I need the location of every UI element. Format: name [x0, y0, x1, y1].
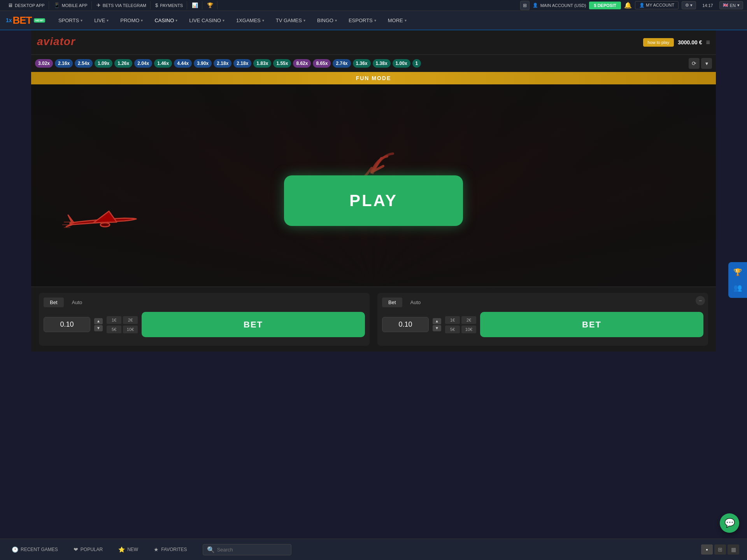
trophy-icon: 🏆 [207, 2, 213, 8]
multiplier-badge[interactable]: 1.83x [253, 59, 271, 68]
bet-action-button-1[interactable]: BET [142, 312, 365, 337]
chat-float-button[interactable]: 💬 [720, 513, 739, 533]
multiplier-badge[interactable]: 2.54x [75, 59, 93, 68]
multiplier-badge[interactable]: 4.44x [174, 59, 192, 68]
payments-link[interactable]: $ PAYMENTS [151, 1, 187, 9]
stepper-down-1[interactable]: ▼ [94, 325, 103, 331]
bet-panel-1: Bet Auto ▲ ▼ 1€ 2€ 5€ 10€ BET [39, 293, 370, 346]
user-icon: 👤 [639, 3, 645, 7]
notification-icon[interactable]: 🔔 [624, 2, 632, 9]
menu-button[interactable]: ≡ [706, 38, 710, 47]
quick2-2eu[interactable]: 2€ [461, 316, 476, 324]
multiplier-badge[interactable]: 8.65x [313, 59, 331, 68]
auto-tab-2[interactable]: Auto [404, 298, 427, 307]
multiplier-badge[interactable]: 1.00x [393, 59, 410, 68]
multiplier-badge[interactable]: 1.38x [373, 59, 391, 68]
language-button[interactable]: 🇬🇧 EN ▾ [719, 1, 743, 9]
multiplier-badge[interactable]: 2.16x [55, 59, 73, 68]
desktop-app-label: DESKTOP APP [15, 3, 45, 8]
bottom-bar: 🕐 RECENT GAMES ❤ POPULAR ⭐ NEW ★ FAVORIT… [0, 539, 747, 560]
time-display: 14:17 [699, 3, 716, 8]
desktop-app-link[interactable]: 🖥 DESKTOP APP [4, 1, 49, 9]
toggle-button[interactable]: ▾ [701, 58, 712, 69]
multiplier-badge[interactable]: 2.74x [333, 59, 351, 68]
logo-prefix: 1x [6, 17, 12, 23]
multiplier-badge[interactable]: 3.90x [194, 59, 212, 68]
nav-promo[interactable]: PROMO ▾ [115, 14, 148, 26]
nav-esports[interactable]: ESPORTS ▾ [343, 14, 382, 26]
settings-button[interactable]: ⚙ ▾ [682, 1, 696, 9]
side-trophy-button[interactable]: 🏆 [731, 266, 744, 278]
bottom-popular[interactable]: ❤ POPULAR [70, 544, 107, 555]
bet-action-button-2[interactable]: BET [480, 312, 703, 337]
qr-button[interactable]: ⊞ [520, 1, 530, 10]
nav-live-casino[interactable]: LIVE CASINO ▾ [184, 14, 230, 26]
bet-tabs-2: Bet Auto [382, 298, 703, 307]
my-account-button[interactable]: 👤 MY ACCOUNT [635, 1, 679, 9]
betting-area: Bet Auto ▲ ▼ 1€ 2€ 5€ 10€ BET − [31, 287, 716, 352]
airplane-container [62, 203, 140, 240]
mobile-app-link[interactable]: 📱 MOBILE APP [50, 1, 92, 9]
quick-5eu[interactable]: 5€ [107, 326, 121, 333]
multiplier-badge[interactable]: 2.04x [134, 59, 152, 68]
bet-amount-input-1[interactable] [44, 317, 90, 332]
top-bar-right: ⊞ 👤 MAIN ACCOUNT (USD) $ DEPOSIT 🔔 👤 MY … [520, 1, 743, 10]
multiplier-badge[interactable]: 2.18x [233, 59, 251, 68]
panel-close-button-2[interactable]: − [696, 296, 705, 305]
multiplier-badge[interactable]: 1.36x [353, 59, 371, 68]
bet-tabs-1: Bet Auto [44, 298, 365, 307]
nav-tv-games[interactable]: TV GAMES ▾ [270, 14, 311, 26]
search-input[interactable] [217, 547, 287, 553]
telegram-link[interactable]: ✈ BETS VIA TELEGRAM [93, 1, 151, 9]
view-medium-grid[interactable]: ⊞ [714, 544, 726, 555]
quick-1eu[interactable]: 1€ [107, 316, 121, 324]
multiplier-badge[interactable]: 1.46x [154, 59, 172, 68]
stepper-down-2[interactable]: ▼ [433, 325, 441, 331]
nav-bingo[interactable]: BINGO ▾ [312, 14, 342, 26]
bottom-new[interactable]: ⭐ NEW [114, 544, 142, 555]
quick2-1eu[interactable]: 1€ [445, 316, 460, 324]
stats-link[interactable]: 📊 [188, 1, 202, 9]
nav-1xgames[interactable]: 1XGAMES ▾ [231, 14, 270, 26]
multiplier-badge[interactable]: 1 [412, 59, 421, 68]
bet-tab-2[interactable]: Bet [382, 298, 402, 307]
bottom-favorites[interactable]: ★ FAVORITES [150, 544, 191, 555]
how-to-play-button[interactable]: how to play [643, 38, 674, 47]
nav-live[interactable]: LIVE ▾ [89, 14, 114, 26]
multiplier-badge[interactable]: 1.55x [273, 59, 291, 68]
multiplier-badge[interactable]: 1.09x [95, 59, 112, 68]
multiplier-badge[interactable]: 2.18x [214, 59, 231, 68]
nav-sports[interactable]: SPORTS ▾ [53, 14, 88, 26]
stepper-up-2[interactable]: ▲ [433, 318, 441, 324]
nav-more[interactable]: MORE ▾ [382, 14, 412, 26]
top-bar: 🖥 DESKTOP APP 📱 MOBILE APP ✈ BETS VIA TE… [0, 0, 747, 11]
nav-casino[interactable]: CASINO ▾ [149, 14, 183, 26]
bottom-recent-games[interactable]: 🕐 RECENT GAMES [8, 544, 62, 555]
stepper-up-1[interactable]: ▲ [94, 318, 103, 324]
multiplier-badge[interactable]: 8.62x [293, 59, 311, 68]
mobile-app-label: MOBILE APP [62, 3, 88, 8]
chevron-down-icon: ▾ [141, 18, 143, 23]
quick2-10eu[interactable]: 10€ [461, 326, 476, 333]
bet-amount-input-2[interactable] [382, 317, 429, 332]
play-button[interactable]: PLAY [284, 175, 463, 226]
multiplier-badge[interactable]: 1.26x [114, 59, 132, 68]
bet-input-row-1: ▲ ▼ 1€ 2€ 5€ 10€ BET [44, 312, 365, 337]
view-small-grid[interactable]: ▪ [701, 544, 713, 555]
view-large-grid[interactable]: ▦ [728, 544, 739, 555]
bet-tab-1[interactable]: Bet [44, 298, 64, 307]
deposit-button[interactable]: $ DEPOSIT [589, 2, 621, 9]
side-leaderboard-button[interactable]: 👥 [731, 282, 744, 294]
trophy-link[interactable]: 🏆 [203, 1, 217, 9]
aviator-logo: aviator [37, 33, 99, 51]
multiplier-badge[interactable]: 3.02x [35, 59, 53, 68]
desktop-icon: 🖥 [8, 2, 13, 8]
quick-10eu[interactable]: 10€ [123, 326, 138, 333]
new-badge: NEW! [34, 18, 45, 23]
multiplier-bar: 3.02x 2.16x 2.54x 1.09x 1.26x 2.04x 1.46… [31, 55, 716, 72]
auto-tab-1[interactable]: Auto [66, 298, 89, 307]
quick-2eu[interactable]: 2€ [123, 316, 138, 324]
quick2-5eu[interactable]: 5€ [445, 326, 460, 333]
history-button[interactable]: ⟳ [689, 58, 700, 69]
bet-input-row-2: ▲ ▼ 1€ 2€ 5€ 10€ BET [382, 312, 703, 337]
